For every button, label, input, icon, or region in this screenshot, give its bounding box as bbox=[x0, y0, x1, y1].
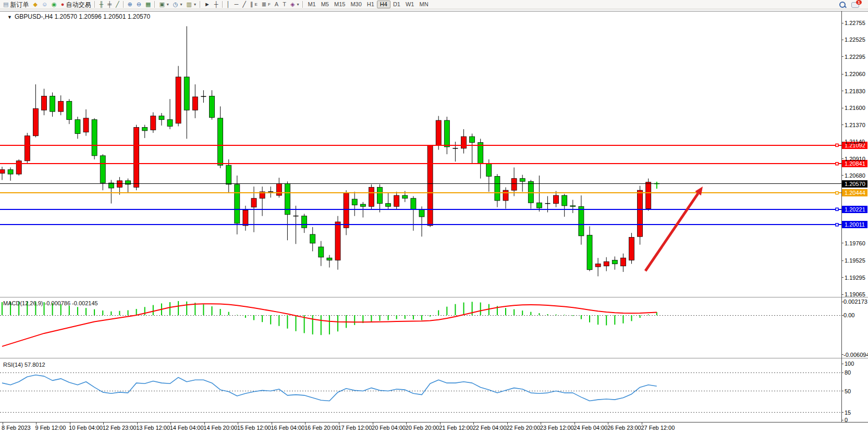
new-order-button-label: 新订单 bbox=[10, 1, 29, 9]
timeframe-button-w1[interactable]: W1 bbox=[403, 1, 417, 8]
templates-button[interactable]: ▥▾ bbox=[184, 1, 198, 9]
svg-text:80: 80 bbox=[845, 369, 851, 376]
gold-chart-icon: ◆ bbox=[33, 2, 37, 7]
chart-title-text: GBPUSD-,H4 1.20570 1.20596 1.20501 1.205… bbox=[15, 13, 150, 20]
svg-text:17 Feb 12:00: 17 Feb 12:00 bbox=[338, 425, 372, 431]
svg-text:1.21830: 1.21830 bbox=[845, 88, 865, 94]
gold-chart-button[interactable]: ◆ bbox=[31, 2, 39, 7]
zoom-in-icon: ⊕ bbox=[128, 2, 132, 7]
svg-text:14 Feb 20:00: 14 Feb 20:00 bbox=[203, 425, 237, 431]
toolbar-separator bbox=[94, 1, 95, 8]
new-chart-button[interactable]: ▣▾ bbox=[157, 1, 170, 9]
auto-trading-icon: ● bbox=[61, 2, 65, 7]
accounts-button[interactable]: ☺ bbox=[40, 2, 50, 7]
chart-title: ▼GBPUSD-,H4 1.20570 1.20596 1.20501 1.20… bbox=[7, 13, 150, 20]
timeframe-button-m5[interactable]: M5 bbox=[319, 1, 332, 8]
vertical-line-icon: │ bbox=[227, 2, 230, 7]
arrows-button[interactable]: ◈▾ bbox=[288, 1, 301, 9]
timeframe-button-m1[interactable]: M1 bbox=[305, 1, 318, 8]
line-chart-type-icon: ╱ bbox=[116, 2, 119, 7]
svg-text:1.20221: 1.20221 bbox=[845, 206, 865, 213]
macd-indicator-label: MACD(12,26,9) -0.000786 -0.002145 bbox=[3, 300, 98, 306]
bar-chart-type-button[interactable]: ╫ bbox=[97, 2, 105, 7]
svg-text:23 Feb 12:00: 23 Feb 12:00 bbox=[540, 425, 574, 431]
crosshair-icon: ┼ bbox=[214, 2, 218, 7]
text-button[interactable]: A bbox=[273, 2, 280, 7]
svg-text:15 Feb 12:00: 15 Feb 12:00 bbox=[237, 425, 271, 431]
horizontal-line-button[interactable]: ─ bbox=[232, 2, 240, 7]
svg-text:13 Feb 12:00: 13 Feb 12:00 bbox=[136, 425, 170, 431]
svg-text:1.20444: 1.20444 bbox=[845, 190, 865, 196]
horizontal-line-icon: ─ bbox=[234, 2, 238, 7]
timeframe-button-d1[interactable]: D1 bbox=[390, 1, 403, 8]
new-chart-icon: ▣ bbox=[159, 2, 164, 7]
toolbar-separator bbox=[200, 1, 201, 8]
dropdown-arrow-icon[interactable]: ▾ bbox=[180, 1, 182, 9]
vertical-line-button[interactable]: │ bbox=[225, 2, 233, 7]
equidistant-channel-button[interactable]: ∥E bbox=[248, 1, 260, 9]
text-icon: A bbox=[275, 2, 278, 7]
svg-text:9 Feb 12:00: 9 Feb 12:00 bbox=[35, 425, 66, 431]
svg-text:50: 50 bbox=[845, 388, 851, 394]
svg-text:8 Feb 2023: 8 Feb 2023 bbox=[2, 425, 31, 431]
zoom-out-button[interactable]: ⊖ bbox=[135, 2, 143, 7]
svg-text:1.22755: 1.22755 bbox=[845, 20, 865, 26]
svg-text:1.19295: 1.19295 bbox=[845, 275, 865, 281]
svg-text:10 Feb 04:00: 10 Feb 04:00 bbox=[69, 425, 103, 431]
svg-text:15: 15 bbox=[845, 409, 851, 416]
toolbar-separator bbox=[123, 1, 124, 8]
svg-text:16 Feb 20:00: 16 Feb 20:00 bbox=[304, 425, 338, 431]
profiles-button[interactable]: ◷▾ bbox=[171, 1, 185, 9]
dropdown-arrow-icon[interactable]: ▾ bbox=[167, 1, 169, 9]
notifications-chat-icon[interactable]: 1 bbox=[851, 2, 860, 8]
new-order-icon: ▤ bbox=[3, 2, 8, 7]
svg-text:1.20011: 1.20011 bbox=[845, 221, 865, 228]
svg-text:0.002173: 0.002173 bbox=[843, 299, 867, 305]
toolbar-separator bbox=[154, 1, 155, 8]
templates-icon: ▥ bbox=[186, 2, 191, 7]
timeframe-button-h4[interactable]: H4 bbox=[377, 1, 390, 8]
timeframe-button-h1[interactable]: H1 bbox=[364, 1, 377, 8]
fibonacci-button[interactable]: ≣F bbox=[260, 1, 273, 9]
line-chart-type-button[interactable]: ╱ bbox=[114, 2, 121, 7]
tile-windows-icon: ▦ bbox=[145, 2, 151, 7]
auto-trading-button[interactable]: ●自动交易 bbox=[59, 1, 93, 9]
new-order-button[interactable]: ▤新订单 bbox=[1, 1, 31, 9]
timeframe-button-mn[interactable]: MN bbox=[417, 1, 431, 8]
price-chart-canvas[interactable]: 1.210921.208411.205701.204441.202211.200… bbox=[0, 10, 868, 435]
equidistant-channel-icon: ∥ bbox=[250, 2, 253, 7]
chart-collapse-icon[interactable]: ▼ bbox=[7, 15, 12, 20]
tile-windows-button[interactable]: ▦ bbox=[143, 2, 153, 7]
dropdown-arrow-icon[interactable]: ▾ bbox=[297, 1, 299, 9]
glyph-subscript: E bbox=[254, 1, 257, 9]
svg-text:1.21370: 1.21370 bbox=[845, 122, 865, 128]
zoom-in-button[interactable]: ⊕ bbox=[126, 2, 135, 7]
bar-chart-type-icon: ╫ bbox=[99, 2, 103, 7]
search-icon[interactable] bbox=[839, 1, 846, 8]
accounts-icon: ☺ bbox=[42, 2, 47, 7]
toolbar-separator bbox=[302, 1, 303, 8]
svg-text:21 Feb 12:00: 21 Feb 12:00 bbox=[439, 425, 473, 431]
crosshair-button[interactable]: ┼ bbox=[212, 2, 221, 7]
svg-text:1.22060: 1.22060 bbox=[845, 71, 865, 77]
candlestick-chart-type-icon: ╪ bbox=[107, 2, 112, 7]
timeframe-button-m15[interactable]: M15 bbox=[332, 1, 348, 8]
svg-text:20 Feb 20:00: 20 Feb 20:00 bbox=[406, 425, 439, 431]
candlestick-chart-type-button[interactable]: ╪ bbox=[105, 2, 114, 7]
chart-window[interactable]: 1.210921.208411.205701.204441.202211.200… bbox=[0, 10, 868, 435]
svg-text:22 Feb 04:00: 22 Feb 04:00 bbox=[473, 425, 507, 431]
signals-button[interactable]: ◉ bbox=[50, 2, 59, 7]
trendline-button[interactable]: ╱ bbox=[240, 2, 248, 7]
cursor-button[interactable]: ► bbox=[202, 2, 212, 7]
svg-text:1.20570: 1.20570 bbox=[845, 181, 865, 187]
svg-text:1.20680: 1.20680 bbox=[845, 172, 865, 179]
fibonacci-icon: ≣ bbox=[262, 2, 266, 7]
svg-text:20 Feb 04:00: 20 Feb 04:00 bbox=[372, 425, 406, 431]
timeframe-button-m30[interactable]: M30 bbox=[348, 1, 364, 8]
text-label-button[interactable]: T bbox=[280, 2, 288, 7]
signals-icon: ◉ bbox=[52, 2, 57, 7]
arrows-icon: ◈ bbox=[290, 2, 295, 7]
svg-text:1.19525: 1.19525 bbox=[845, 257, 865, 264]
svg-text:1.22295: 1.22295 bbox=[845, 54, 865, 60]
dropdown-arrow-icon[interactable]: ▾ bbox=[194, 1, 196, 9]
